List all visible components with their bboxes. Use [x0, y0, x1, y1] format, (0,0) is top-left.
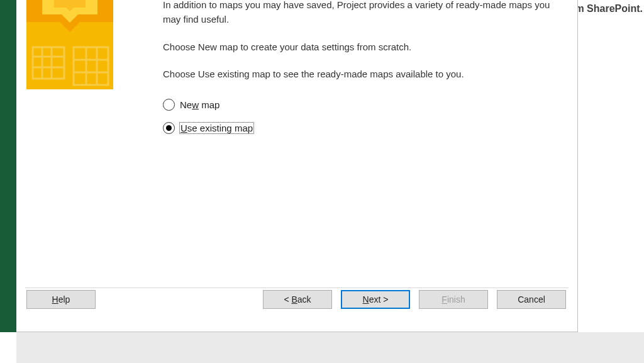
wizard-content: In addition to maps you may have saved, … — [163, 0, 564, 145]
back-button[interactable]: < Back — [263, 290, 332, 309]
app-accent-bar — [0, 0, 16, 332]
choose-new-paragraph: Choose New map to create your data setti… — [163, 40, 564, 54]
radio-checked-icon — [163, 122, 175, 134]
choose-existing-paragraph: Choose Use existing map to see the ready… — [163, 67, 564, 81]
wizard-sidebar-illustration — [26, 0, 113, 89]
cancel-button[interactable]: Cancel — [497, 290, 566, 309]
finish-button: Finish — [419, 290, 488, 309]
background-text-fragment: m SharePoint. — [575, 3, 643, 14]
map-options-group: New map Use existing map — [163, 99, 564, 134]
intro-paragraph: In addition to maps you may have saved, … — [163, 0, 564, 27]
button-bar-divider — [25, 288, 569, 288]
help-button[interactable]: Help — [26, 290, 96, 309]
app-background — [16, 332, 644, 363]
wizard-dialog: In addition to maps you may have saved, … — [16, 0, 578, 332]
radio-unchecked-icon — [163, 99, 175, 111]
new-map-radio[interactable]: New map — [163, 99, 564, 111]
use-existing-map-label: Use existing map — [180, 123, 253, 133]
use-existing-map-radio[interactable]: Use existing map — [163, 122, 564, 134]
next-button[interactable]: Next > — [341, 290, 410, 309]
new-map-label: New map — [180, 99, 219, 110]
